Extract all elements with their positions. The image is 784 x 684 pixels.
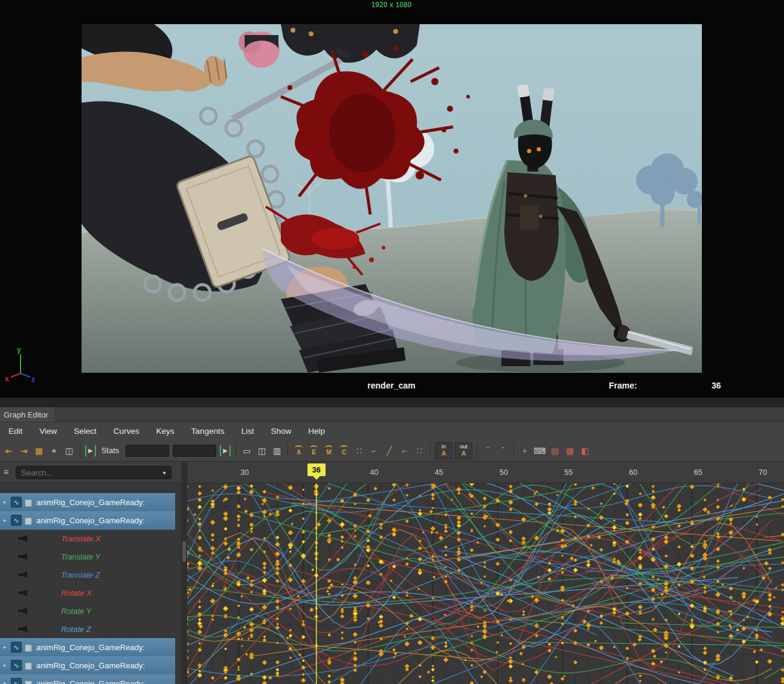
panel-splitter[interactable] — [181, 462, 187, 684]
node-label: animRig_Conejo_GameReady: — [36, 516, 145, 525]
mute-icon[interactable] — [18, 553, 27, 560]
mute-icon[interactable] — [18, 535, 27, 542]
timeline-tick-60: 60 — [629, 468, 638, 477]
outliner-channel-row[interactable]: Translate Z — [0, 566, 175, 584]
stats-field-2[interactable] — [173, 445, 216, 457]
anim-curve-icon: ∿ — [11, 497, 22, 508]
insert-keys-tool-icon[interactable]: ⇥ — [17, 444, 31, 458]
trax-editor-icon[interactable]: ▦ — [563, 444, 577, 458]
menu-tangents[interactable]: Tangents — [183, 427, 233, 436]
menu-keys[interactable]: Keys — [148, 427, 183, 436]
mute-icon[interactable] — [18, 590, 27, 596]
anim-curve-icon: ∿ — [11, 515, 22, 526]
key-grid-icon[interactable]: ∷ — [413, 444, 426, 458]
axis-y-label: y — [17, 346, 21, 354]
break-tangents-icon[interactable]: ˇ — [481, 444, 495, 458]
expander-icon[interactable]: + — [0, 517, 9, 524]
outliner-node-row[interactable]: +∿▦animRig_Conejo_GameReady: — [0, 656, 175, 675]
key-marker-icon[interactable]: ∷ — [352, 444, 366, 458]
stats-label: Stats — [101, 446, 120, 455]
menu-show[interactable]: Show — [262, 427, 300, 436]
tangent-clamped-icon[interactable]: C — [337, 444, 351, 458]
node-grid-icon: ▦ — [24, 497, 33, 507]
dope-sheet-icon[interactable]: ▤ — [548, 444, 562, 458]
mute-icon[interactable] — [18, 626, 27, 633]
snap-time-toggle-icon[interactable]: ▶ — [85, 445, 96, 457]
linear-slope-icon[interactable]: ╱ — [382, 444, 396, 458]
animation-curves — [187, 483, 784, 684]
menu-view[interactable]: View — [31, 427, 65, 436]
panel-divider — [0, 398, 784, 407]
menu-select[interactable]: Select — [65, 427, 105, 436]
stats-field-1[interactable] — [126, 445, 169, 457]
expander-icon[interactable]: + — [0, 499, 9, 506]
channel-outliner: +∿▦animRig_Conejo_GameReady:+∿▦animRig_C… — [0, 483, 181, 684]
channel-label: Translate X — [61, 534, 101, 543]
viewport-panel: 1920 x 1080 — [0, 0, 784, 398]
absolute-view-icon[interactable]: ▭ — [240, 444, 254, 458]
graph-editor-tab[interactable]: Graph Editor — [0, 407, 54, 422]
tangent-mid-icon[interactable]: M — [322, 444, 336, 458]
channel-label: Rotate X — [61, 589, 92, 598]
node-grid-icon: ▦ — [24, 642, 33, 652]
outliner-channel-row[interactable]: Rotate Z — [0, 620, 175, 638]
frame-caption: Frame: — [609, 381, 637, 390]
splitter-handle[interactable] — [182, 541, 186, 562]
toolbar-separator — [80, 444, 80, 458]
frame-value: 36 — [712, 381, 721, 390]
stacked-view-icon[interactable]: ◫ — [255, 444, 269, 458]
channel-label: Rotate Y — [61, 607, 91, 616]
filter-icon[interactable]: ≡ — [4, 467, 8, 477]
expander-icon[interactable]: + — [0, 680, 9, 684]
current-frame-marker[interactable]: 36 — [307, 463, 326, 476]
menu-edit[interactable]: Edit — [0, 427, 31, 436]
expander-icon[interactable]: + — [0, 644, 9, 651]
lattice-deform-keys-icon[interactable]: ▦ — [32, 444, 46, 458]
expander-icon[interactable]: + — [0, 662, 9, 669]
outliner-channel-row[interactable]: Rotate X — [0, 584, 175, 602]
node-label: animRig_Conejo_GameReady: — [36, 498, 145, 507]
timeline-ruler[interactable]: 36 3040455055606570 — [187, 462, 784, 483]
curve-panel-icon[interactable]: ◧ — [578, 444, 592, 458]
tangent-auto-icon[interactable]: A — [292, 444, 306, 458]
outliner-node-row[interactable]: +∿▦animRig_Conejo_GameReady: — [0, 511, 175, 530]
in-tangent-box[interactable]: inA — [435, 442, 452, 459]
menu-curves[interactable]: Curves — [105, 427, 148, 436]
node-label: animRig_Conejo_GameReady: — [36, 643, 145, 652]
retime-tool-icon[interactable]: ◫ — [62, 444, 76, 458]
outliner-node-row[interactable]: +∿▦animRig_Conejo_GameReady: — [0, 638, 175, 657]
outliner-header: ≡ ▾ — [0, 462, 181, 483]
anim-curve-icon: ∿ — [11, 642, 22, 653]
normalized-view-icon[interactable]: ▥ — [270, 444, 284, 458]
axis-z-label: z — [31, 375, 35, 383]
curve-graph-area[interactable] — [187, 483, 784, 684]
menu-bar: EditViewSelectCurvesKeysTangentsListShow… — [0, 422, 784, 440]
search-input[interactable] — [16, 468, 158, 477]
step-key-icon[interactable]: ⌐ — [397, 444, 411, 458]
outliner-node-row[interactable]: +∿▦animRig_Conejo_GameReady: — [0, 493, 175, 512]
unify-tangents-icon[interactable]: ˆ — [496, 444, 510, 458]
move-keys-icon[interactable]: + — [518, 444, 532, 458]
timeline-tick-55: 55 — [564, 468, 573, 477]
outliner-node-row[interactable]: +∿▦animRig_Conejo_GameReady: — [0, 674, 175, 684]
outliner-channel-row[interactable]: Translate X — [0, 529, 175, 547]
out-tangent-box[interactable]: outA — [455, 442, 472, 459]
menu-list[interactable]: List — [233, 427, 262, 436]
outliner-channel-row[interactable]: Translate Y — [0, 547, 175, 566]
toolbar-separator — [288, 444, 288, 458]
node-grid-icon: ▦ — [24, 679, 33, 684]
key-offset-icon[interactable]: ⌐ — [367, 444, 381, 458]
outliner-channel-row[interactable]: Rotate Y — [0, 602, 175, 620]
menu-help[interactable]: Help — [300, 427, 333, 436]
channel-label: Translate Y — [61, 552, 100, 561]
move-nearest-key-tool-icon[interactable]: ⇤ — [2, 444, 16, 458]
tangent-ease-icon[interactable]: E — [307, 444, 321, 458]
mute-icon[interactable] — [18, 572, 27, 578]
snap-value-toggle-icon[interactable]: ▶ — [220, 445, 231, 457]
keyboard-icon[interactable]: ⌨ — [533, 444, 547, 458]
chevron-down-icon[interactable]: ▾ — [158, 469, 171, 476]
mute-icon[interactable] — [18, 608, 27, 615]
timeline-tick-45: 45 — [435, 468, 443, 477]
viewport-render[interactable] — [82, 24, 702, 373]
region-select-tool-icon[interactable]: ⌖ — [47, 444, 61, 458]
